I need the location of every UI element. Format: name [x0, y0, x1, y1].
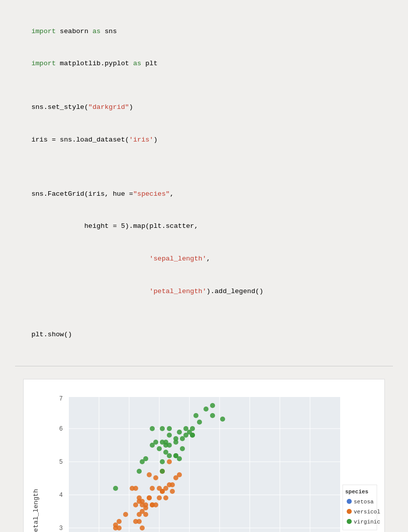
- svg-point-110: [197, 420, 202, 425]
- svg-point-120: [173, 453, 178, 458]
- svg-point-80: [150, 502, 155, 507]
- code-line-2: import matplotlib.pyplot as plt: [31, 60, 157, 67]
- svg-point-102: [180, 446, 185, 451]
- svg-point-89: [153, 440, 158, 445]
- svg-point-100: [173, 436, 178, 441]
- svg-point-53: [150, 486, 155, 491]
- svg-point-113: [210, 403, 215, 408]
- svg-point-97: [167, 426, 172, 431]
- legend-title: species: [345, 489, 368, 495]
- output-area: 4.5 5.0 5.5 6.0 6.5 7.0 7.5 8.0 1 2 3 4 …: [0, 371, 408, 532]
- svg-point-88: [150, 426, 155, 431]
- svg-point-65: [170, 482, 175, 487]
- svg-point-114: [220, 417, 225, 422]
- svg-point-118: [167, 433, 172, 438]
- code-line-9: plt.show(): [31, 331, 72, 338]
- svg-point-108: [190, 426, 195, 431]
- code-line-5: sns.FacetGrid(iris, hue ="species",: [31, 190, 174, 198]
- svg-point-82: [133, 486, 138, 491]
- svg-point-60: [163, 495, 168, 500]
- legend-versicolor-label: versicolor: [354, 509, 380, 515]
- svg-point-115: [157, 446, 162, 451]
- code-line-8: 'petal_length').add_legend(): [31, 288, 263, 295]
- svg-point-112: [210, 413, 215, 418]
- y-tick-7: 7: [59, 395, 63, 403]
- svg-point-76: [117, 525, 122, 530]
- svg-point-109: [193, 413, 198, 418]
- svg-point-81: [160, 489, 165, 494]
- svg-point-111: [203, 407, 209, 412]
- svg-point-86: [143, 456, 148, 461]
- plot-bg: [69, 397, 340, 532]
- code-cell: import seaborn as sns import matplotlib.…: [0, 0, 408, 361]
- legend-setosa-dot: [347, 499, 352, 504]
- svg-point-101: [177, 430, 182, 435]
- y-tick-3: 3: [59, 525, 63, 532]
- y-tick-6: 6: [59, 426, 63, 433]
- legend-versicolor-dot: [347, 509, 352, 514]
- y-tick-5: 5: [59, 459, 63, 466]
- svg-point-57: [157, 495, 162, 500]
- code-line-3: sns.set_style("darkgrid"): [31, 103, 133, 111]
- chart-container: 4.5 5.0 5.5 6.0 6.5 7.0 7.5 8.0 1 2 3 4 …: [23, 379, 385, 532]
- svg-point-116: [160, 426, 165, 431]
- svg-point-121: [190, 433, 195, 438]
- code-line-4: iris = sns.load_dataset('iris'): [31, 136, 157, 144]
- svg-point-117: [163, 440, 168, 445]
- svg-point-90: [160, 459, 165, 464]
- svg-point-69: [133, 502, 138, 507]
- svg-point-79: [143, 512, 148, 517]
- legend-virginica-label: virginica: [354, 519, 380, 525]
- code-content: import seaborn as sns import matplotlib.…: [15, 10, 393, 356]
- scatter-chart: 4.5 5.0 5.5 6.0 6.5 7.0 7.5 8.0 1 2 3 4 …: [29, 387, 380, 532]
- svg-point-71: [140, 525, 145, 530]
- code-line-7: 'sepal_length',: [31, 255, 210, 262]
- svg-point-84: [137, 469, 142, 474]
- svg-point-77: [137, 519, 142, 524]
- code-line-6: height = 5).map(plt.scatter,: [31, 222, 198, 230]
- svg-point-49: [143, 502, 148, 507]
- legend-setosa-label: setosa: [354, 499, 374, 505]
- y-tick-4: 4: [59, 492, 63, 499]
- svg-point-64: [170, 489, 175, 494]
- svg-point-67: [177, 472, 182, 477]
- svg-point-91: [160, 469, 165, 474]
- svg-point-95: [167, 453, 172, 458]
- legend-virginica-dot: [347, 519, 352, 524]
- svg-point-51: [147, 472, 152, 477]
- svg-point-70: [137, 495, 142, 500]
- cell-divider: [15, 366, 393, 366]
- svg-point-55: [153, 475, 158, 480]
- svg-point-73: [123, 512, 128, 517]
- code-line-1: import seaborn as sns: [31, 28, 117, 35]
- svg-point-72: [147, 495, 152, 500]
- svg-point-63: [167, 459, 172, 464]
- y-axis-label: petal_length: [32, 489, 40, 532]
- svg-point-83: [113, 486, 118, 491]
